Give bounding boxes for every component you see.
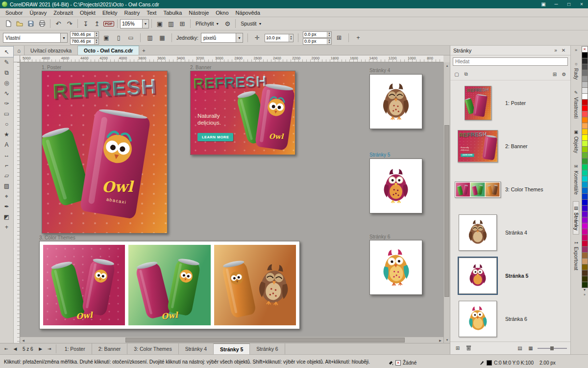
zoom-level-combo[interactable]: ▼ [120,19,149,28]
duplicate-x-input[interactable] [303,32,327,37]
portrait-icon[interactable]: ▯ [114,33,123,43]
horizontal-scrollbar[interactable]: ◀ ▶ [20,337,443,343]
first-page-icon[interactable]: ⇤ [2,344,11,353]
owl-illustration[interactable] [381,167,411,205]
transparency-tool[interactable]: ▨ [0,181,13,191]
poster-artwork[interactable]: REFRESH Owl abacaxi [42,71,167,233]
crop-tool[interactable]: ⧉ [0,67,13,78]
new-page-icon[interactable]: ▢ [453,72,461,77]
drawing-canvas[interactable]: 1. Poster REFRESH Owl abacaxi [20,62,443,343]
docker-tab-exportovat[interactable]: ↥Exportovat [573,237,579,274]
page-tab-4[interactable]: Stránky 4 [179,343,214,354]
search-input[interactable] [453,57,568,66]
ellipse-tool[interactable]: ○ [0,119,13,129]
zoom-tool[interactable]: ◎ [0,78,13,88]
page-width-field[interactable]: ▲▼ [70,31,99,38]
drop-shadow-tool[interactable]: ▱ [0,170,13,181]
menu-efekty[interactable]: Efekty [99,9,121,17]
duplicate-y-input[interactable] [303,39,327,44]
horizontal-ruler[interactable]: 5000480046004400420040003800360034003200… [20,55,443,62]
eyedropper-tool[interactable]: ⌖ [0,191,13,201]
page4-artboard[interactable] [369,74,422,129]
undo-icon[interactable]: ↶ [53,18,64,29]
small-thumbnails-icon[interactable]: ▤ [516,345,524,351]
export-icon[interactable]: ↥ [92,18,102,29]
zoom-level-input[interactable] [121,20,142,27]
add-toolbar-item-icon[interactable]: + [353,33,363,43]
page-list-view-icon[interactable]: ⊞ [551,72,559,77]
ruler-origin-button[interactable] [14,55,20,62]
page-list-item-1[interactable]: REFRESH 1: Poster [450,81,570,125]
new-document-icon[interactable] [3,18,14,29]
docker-undock-icon[interactable]: » [552,48,560,53]
docker-close-icon[interactable]: ✕ [560,48,567,53]
page-tab-3[interactable]: 3: Color Themes [127,343,178,354]
page-tab-1[interactable]: 1: Poster [58,343,92,354]
magenta-can[interactable]: Owl [255,85,295,151]
page-list-item-6[interactable]: Stránka 6 [450,297,570,341]
page-list-item-3[interactable]: 3: Color Themes [450,168,570,211]
duplicate-page-icon[interactable]: ⧉ [462,71,470,77]
vertical-ruler[interactable] [14,62,20,343]
palette-scroll-down-icon[interactable]: ▼ [583,288,587,293]
menu-okno[interactable]: Okno [212,9,232,17]
fullscreen-preview-icon[interactable]: ▣ [154,18,165,29]
palette-expand-icon[interactable]: » [584,293,586,298]
text-tool[interactable]: A [0,139,13,150]
poster-artboard[interactable]: REFRESH Owl abacaxi [42,71,168,234]
menu-úpravy[interactable]: Úpravy [26,9,50,17]
pick-tool[interactable]: ↖ [0,47,13,57]
page-tab-6[interactable]: Stránky 6 [250,343,285,354]
page-preset-combo[interactable]: Vlastní ▼ [3,33,68,43]
menu-nápověda[interactable]: Nápověda [232,9,264,17]
page-height-field[interactable]: ▲▼ [70,38,99,45]
thumbnail-size-slider[interactable] [538,348,567,349]
treat-as-filled-icon[interactable]: ⊞ [334,33,344,43]
options-gear-icon[interactable]: ⚙ [222,18,233,29]
polygon-tool[interactable]: ★ [0,129,13,139]
theme-variant-magenta[interactable]: Owl [43,245,125,325]
launcher-button[interactable]: Spustit ▼ [238,19,264,29]
theme-variant-orange[interactable] [214,245,296,325]
menu-rastry[interactable]: Rastry [121,9,143,17]
page5-artboard[interactable] [369,158,422,213]
palette-swatch[interactable] [582,282,588,288]
menu-tabulka[interactable]: Tabulka [160,9,185,17]
magenta-can[interactable]: Owl abacaxi [79,109,150,219]
themes-artwork[interactable]: Owl Owl [40,241,299,329]
owl-illustration[interactable] [380,83,412,120]
page-list-item-5[interactable]: Stránka 5 [450,254,570,297]
menu-zobrazit[interactable]: Zobrazit [50,9,76,17]
shape-tool[interactable]: ✎ [0,57,13,67]
docker-tab-vlastnosti[interactable]: ✎Vlastnosti [573,86,579,122]
minimize-button[interactable]: ─ [550,0,563,8]
landscape-icon[interactable]: ▭ [126,33,136,43]
page-width-input[interactable] [71,32,94,37]
maximize-button[interactable]: □ [563,0,575,8]
nudge-field[interactable]: ▲▼ [265,34,294,42]
banner-artwork[interactable]: REFRESH Naturally delicious. LEARN MORE … [191,71,295,155]
menu-nástroje[interactable]: Nástroje [185,9,212,17]
vertical-scrollbar[interactable]: ▲ ▼ [443,62,450,343]
menu-soubor[interactable]: Soubor [2,9,26,17]
previous-page-icon[interactable]: ◀ [11,344,20,353]
rectangle-tool[interactable]: ▭ [0,108,13,119]
all-pages-size-icon[interactable]: ▦ [157,33,167,43]
freehand-tool[interactable]: ∿ [0,88,13,98]
delete-page-icon[interactable] [465,345,472,352]
page-tab-5[interactable]: Stránky 5 [214,343,250,354]
next-page-icon[interactable]: ▶ [36,344,45,353]
docker-options-gear-icon[interactable]: ⚙ [560,72,568,77]
docker-tab-komentáře[interactable]: ✉Komentáře [573,160,579,199]
tab-document[interactable]: Octo - Owl Cans.cdr [78,46,139,55]
add-page-icon[interactable]: ⊞ [454,345,462,351]
outline-pen-tool[interactable]: ✒ [0,201,13,211]
menu-objekt[interactable]: Objekt [76,9,99,17]
menu-text[interactable]: Text [143,9,160,17]
duplicate-x-field[interactable]: ▲▼ [303,31,332,38]
theme-variant-green[interactable]: Owl [128,245,210,325]
add-tool-button[interactable]: + [0,222,13,232]
last-page-icon[interactable]: ⇥ [45,344,54,353]
themes-artboard[interactable]: Owl Owl [39,241,300,329]
page-tab-2[interactable]: 2: Banner [92,343,128,354]
